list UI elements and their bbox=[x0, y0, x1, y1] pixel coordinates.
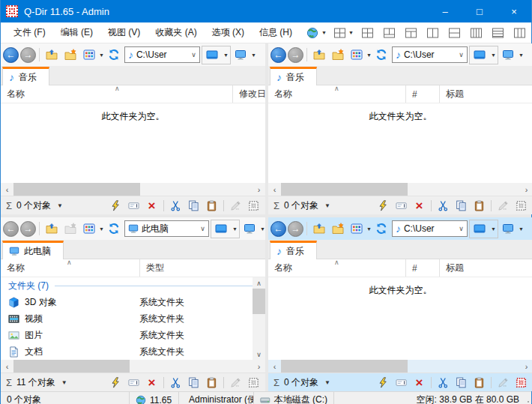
forward-button[interactable]: → bbox=[288, 221, 303, 237]
column-header-number[interactable]: # bbox=[405, 259, 439, 277]
pane-select-button[interactable] bbox=[247, 376, 260, 389]
address-combobox[interactable]: 此电脑 ∨ bbox=[124, 220, 209, 237]
view-mode-button[interactable] bbox=[348, 46, 365, 64]
horizontal-scrollbar[interactable]: ‹ › bbox=[1, 183, 265, 196]
new-folder-button[interactable] bbox=[61, 220, 79, 238]
new-folder-button[interactable] bbox=[329, 46, 346, 64]
file-row-pictures[interactable]: 图片 系统文件夹 bbox=[1, 327, 265, 343]
scrollbar-thumb[interactable] bbox=[281, 360, 408, 373]
scroll-left-icon[interactable]: ‹ bbox=[1, 362, 13, 371]
file-list-area[interactable]: 此文件夹为空。 bbox=[268, 277, 532, 360]
file-list-area[interactable]: 文件夹 (7) 3D 对象 系统文件夹 视频 系统文件夹 图片 系统文件夹 文档 bbox=[1, 277, 265, 360]
menu-info[interactable]: 信息 (H) bbox=[253, 23, 299, 42]
group-header[interactable]: 文件夹 (7) bbox=[1, 277, 265, 294]
rename-button[interactable] bbox=[127, 376, 140, 389]
monitor-dropdown-icon[interactable]: ▼ bbox=[519, 226, 524, 232]
resize-grip[interactable] bbox=[523, 400, 529, 404]
monitor-button[interactable] bbox=[500, 220, 517, 238]
menu-edit[interactable]: 编辑 (E) bbox=[54, 23, 100, 42]
horizontal-scrollbar[interactable]: ‹ › bbox=[1, 360, 265, 373]
vertical-scrollbar[interactable]: ∧ ∨ bbox=[253, 277, 265, 360]
horizontal-scrollbar[interactable]: ‹ › bbox=[268, 183, 532, 196]
scrollbar-thumb[interactable] bbox=[253, 289, 265, 314]
layout-two-top-button[interactable] bbox=[379, 26, 399, 40]
tab-music[interactable]: ♪ 音乐 bbox=[270, 241, 317, 259]
back-button[interactable]: ← bbox=[3, 221, 19, 237]
refresh-button[interactable] bbox=[373, 46, 390, 64]
rename-button[interactable] bbox=[127, 199, 140, 212]
copy-button[interactable] bbox=[187, 376, 200, 389]
monitor-dropdown-icon[interactable]: ▼ bbox=[519, 52, 524, 58]
layout-four-rows-button[interactable] bbox=[488, 26, 508, 40]
paste-button[interactable] bbox=[473, 199, 486, 212]
delete-button[interactable]: × bbox=[413, 199, 426, 212]
back-button[interactable]: ← bbox=[3, 47, 19, 63]
column-header-modified[interactable]: 修改日 bbox=[232, 85, 265, 103]
delete-button[interactable]: × bbox=[145, 199, 158, 212]
scroll-left-icon[interactable]: ‹ bbox=[1, 185, 13, 194]
back-button[interactable]: ← bbox=[270, 47, 286, 63]
monitor-button[interactable] bbox=[232, 46, 250, 64]
cut-button[interactable] bbox=[437, 376, 450, 389]
cut-button[interactable] bbox=[169, 376, 182, 389]
menu-view[interactable]: 视图 (V) bbox=[101, 23, 147, 42]
count-dropdown-icon[interactable]: ▼ bbox=[57, 202, 63, 209]
edit-button[interactable] bbox=[497, 199, 510, 212]
object-count[interactable]: 0 个对象 bbox=[284, 376, 318, 389]
view-dropdown-icon[interactable]: ▼ bbox=[99, 52, 104, 58]
up-folder-button[interactable] bbox=[310, 220, 327, 238]
column-header-number[interactable]: # bbox=[405, 85, 439, 103]
desktop-dropdown-icon[interactable]: ▼ bbox=[223, 52, 229, 58]
paste-button[interactable] bbox=[205, 199, 218, 212]
pane-select-button[interactable] bbox=[515, 199, 528, 212]
file-row-3d-objects[interactable]: 3D 对象 系统文件夹 bbox=[1, 294, 265, 310]
scroll-right-icon[interactable]: › bbox=[253, 362, 265, 371]
scroll-down-icon[interactable]: ∨ bbox=[253, 349, 265, 360]
scroll-right-icon[interactable]: › bbox=[520, 362, 532, 371]
count-dropdown-icon[interactable]: ▼ bbox=[61, 379, 67, 386]
desktop-dropdown-icon[interactable]: ▼ bbox=[491, 226, 496, 232]
new-folder-button[interactable] bbox=[329, 220, 346, 238]
cut-button[interactable] bbox=[169, 199, 182, 212]
tab-this-pc[interactable]: 此电脑 bbox=[2, 241, 64, 259]
file-row-videos[interactable]: 视频 系统文件夹 bbox=[1, 310, 265, 327]
view-mode-button[interactable] bbox=[80, 220, 97, 238]
delete-button[interactable]: × bbox=[413, 376, 426, 389]
column-header-title[interactable]: 标题 bbox=[439, 85, 532, 103]
scrollbar-thumb[interactable] bbox=[281, 183, 408, 196]
up-folder-button[interactable] bbox=[310, 46, 327, 64]
object-count[interactable]: 11 个对象 bbox=[16, 376, 55, 389]
edit-button[interactable] bbox=[497, 376, 510, 389]
layout-quad-button[interactable] bbox=[357, 26, 378, 40]
count-dropdown-icon[interactable]: ▼ bbox=[324, 379, 330, 386]
rename-button[interactable] bbox=[395, 199, 408, 212]
scroll-left-icon[interactable]: ‹ bbox=[268, 185, 281, 194]
maximize-button[interactable]: □ bbox=[462, 0, 497, 22]
scroll-left-icon[interactable]: ‹ bbox=[268, 362, 281, 371]
refresh-button[interactable] bbox=[106, 220, 123, 238]
object-count[interactable]: 0 个对象 bbox=[16, 199, 51, 212]
view-dropdown-icon[interactable]: ▼ bbox=[366, 226, 372, 232]
refresh-button[interactable] bbox=[106, 46, 123, 64]
refresh-button[interactable] bbox=[373, 220, 390, 238]
copy-button[interactable] bbox=[455, 376, 468, 389]
view-dropdown-icon[interactable]: ▼ bbox=[99, 226, 104, 232]
rename-button[interactable] bbox=[395, 376, 408, 389]
view-mode-button[interactable] bbox=[348, 220, 365, 238]
close-button[interactable]: × bbox=[497, 0, 531, 22]
new-folder-button[interactable] bbox=[61, 46, 79, 64]
scroll-up-icon[interactable]: ∧ bbox=[253, 277, 265, 289]
object-count[interactable]: 0 个对象 bbox=[284, 199, 318, 212]
language-globe-button[interactable]: ▼ bbox=[303, 25, 330, 40]
desktop-button[interactable] bbox=[471, 220, 489, 238]
layout-horizontal-split-button[interactable] bbox=[444, 26, 465, 40]
copy-button[interactable] bbox=[455, 199, 468, 212]
layout-three-columns-button[interactable] bbox=[510, 26, 530, 40]
tab-music[interactable]: ♪ 音乐 bbox=[270, 67, 317, 85]
back-button[interactable]: ← bbox=[270, 221, 286, 237]
desktop-button[interactable] bbox=[204, 46, 221, 64]
view-dropdown-icon[interactable]: ▼ bbox=[366, 52, 372, 58]
edit-button[interactable] bbox=[229, 199, 242, 212]
file-row-documents[interactable]: 文档 系统文件夹 bbox=[1, 343, 265, 360]
minimize-button[interactable]: – bbox=[428, 0, 462, 22]
